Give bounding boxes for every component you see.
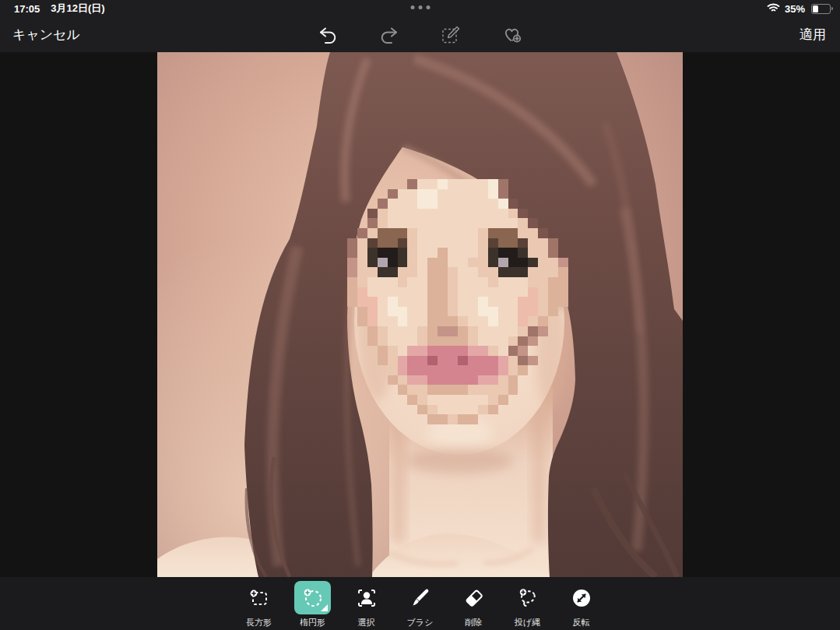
tool-ellipse[interactable]: 楕円形 bbox=[294, 577, 331, 629]
tool-label: 削除 bbox=[466, 617, 483, 628]
tool-label: 楕円形 bbox=[300, 617, 325, 628]
status-bar: 17:05 3月12日(日) 35% bbox=[0, 0, 840, 17]
tool-erase[interactable]: 削除 bbox=[455, 577, 492, 629]
tool-label: 長方形 bbox=[246, 617, 272, 628]
portrait-photo[interactable] bbox=[157, 52, 683, 577]
tool-lasso[interactable]: 投げ縄 bbox=[509, 577, 546, 629]
pixelated-face-region[interactable] bbox=[347, 179, 568, 424]
tool-brush[interactable]: ブラシ bbox=[402, 577, 438, 629]
tool-label: ブラシ bbox=[407, 617, 434, 628]
tool-invert[interactable]: 反転 bbox=[563, 577, 599, 629]
tool-options-indicator bbox=[321, 604, 328, 611]
tool-label: 反転 bbox=[573, 617, 590, 628]
top-toolbar: キャンセル 適用 bbox=[0, 17, 840, 52]
clock-date: 3月12日(日) bbox=[51, 2, 104, 16]
photo-editor-screen: { "status_bar": { "time": "17:05", "date… bbox=[0, 0, 840, 630]
apply-button[interactable]: 適用 bbox=[795, 17, 831, 52]
battery-percent: 35% bbox=[785, 3, 805, 15]
battery-icon bbox=[811, 4, 831, 14]
clock-time: 17:05 bbox=[14, 3, 40, 15]
tool-select[interactable]: 選択 bbox=[348, 577, 385, 629]
redo-icon[interactable] bbox=[378, 25, 399, 45]
undo-icon[interactable] bbox=[317, 25, 338, 45]
favorite-add-icon[interactable] bbox=[501, 24, 523, 45]
edit-selection-icon[interactable] bbox=[440, 24, 461, 45]
cancel-button[interactable]: キャンセル bbox=[8, 17, 85, 52]
editor-canvas bbox=[0, 52, 840, 577]
tool-label: 投げ縄 bbox=[515, 617, 540, 628]
multitask-dots-indicator[interactable] bbox=[410, 5, 430, 9]
wifi-icon bbox=[767, 3, 780, 15]
tool-bar: 長方形 楕円形 選択 ブラシ bbox=[0, 577, 840, 630]
tool-rectangle[interactable]: 長方形 bbox=[241, 577, 277, 629]
tool-label: 選択 bbox=[358, 617, 375, 628]
